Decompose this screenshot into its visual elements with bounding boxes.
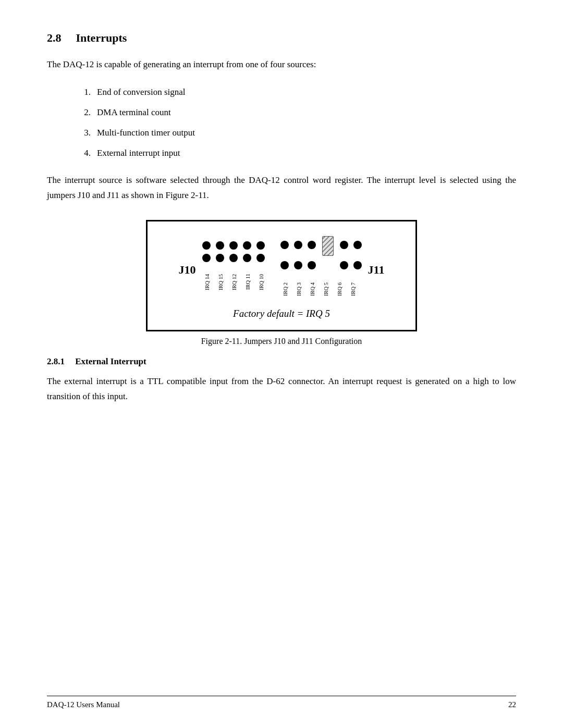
pin	[229, 241, 238, 250]
interrupt-sources-list: 1. End of conversion signal 2. DMA termi…	[78, 85, 516, 161]
list-num: 4.	[78, 146, 91, 161]
jumper-cap-rect	[322, 236, 334, 256]
page: 2.8 Interrupts The DAQ-12 is capable of …	[0, 0, 563, 728]
footer-page-number: 22	[508, 700, 516, 709]
j10-pin-group: IRQ 14 IRQ 15 IRQ 12 IRQ 11 IRQ 10	[202, 241, 265, 294]
pin	[202, 241, 211, 250]
pin	[256, 254, 265, 262]
pin	[308, 261, 316, 269]
irq-label: IRQ 2	[280, 277, 289, 302]
subsection-number: 2.8.1	[47, 356, 65, 366]
list-item: 3. Multi-function timer output	[78, 126, 516, 141]
pin	[294, 241, 302, 249]
list-num: 2.	[78, 105, 91, 120]
list-item: 4. External interrupt input	[78, 146, 516, 161]
pin	[202, 254, 211, 262]
j10-top-row	[202, 241, 265, 250]
subsection-title: 2.8.1 External Interrupt	[47, 356, 516, 367]
pin	[353, 241, 362, 249]
j11-label: J11	[368, 259, 385, 277]
section-heading: Interrupts	[76, 31, 127, 45]
subsection-heading: External Interrupt	[75, 356, 146, 366]
pin	[308, 241, 316, 249]
j11-bottom-row	[280, 261, 362, 269]
pin	[353, 261, 362, 269]
list-item: 2. DMA terminal count	[78, 105, 516, 120]
figure-caption: Figure 2-11. Jumpers J10 and J11 Configu…	[201, 337, 362, 346]
pin	[216, 241, 224, 250]
pin	[256, 241, 265, 250]
irq-label: IRQ 6	[335, 277, 343, 302]
pin	[280, 241, 289, 249]
pin	[216, 254, 224, 262]
list-text: DMA terminal count	[97, 105, 171, 120]
body-paragraph: The interrupt source is software selecte…	[47, 173, 516, 203]
figure-container: J10	[47, 220, 516, 346]
factory-default: Factory default = IRQ 5	[164, 308, 399, 319]
j11-pin-group: IRQ 2 IRQ 3 IRQ 4 IRQ 5 IRQ 6 IRQ 7	[280, 234, 362, 302]
list-text: Multi-function timer output	[97, 126, 195, 141]
list-num: 1.	[78, 85, 91, 100]
irq-label: IRQ 15	[216, 269, 224, 294]
subsection-body: The external interrupt is a TTL compatib…	[47, 374, 516, 404]
jumper-cap	[321, 236, 335, 256]
pin	[294, 261, 302, 269]
irq-label: IRQ 3	[294, 277, 302, 302]
footer-manual-title: DAQ-12 Users Manual	[47, 700, 120, 709]
intro-paragraph: The DAQ-12 is capable of generating an i…	[47, 57, 516, 72]
j10-label: J10	[179, 259, 196, 277]
section-title: 2.8 Interrupts	[47, 31, 516, 45]
pin	[340, 241, 348, 249]
list-text: External interrupt input	[97, 146, 180, 161]
irq-label: IRQ 10	[256, 269, 265, 294]
j11-top-row	[280, 234, 362, 256]
list-num: 3.	[78, 126, 91, 141]
pin	[340, 261, 348, 269]
irq-label: IRQ 14	[202, 269, 211, 294]
irq-label: IRQ 7	[348, 277, 357, 302]
page-footer: DAQ-12 Users Manual 22	[47, 696, 516, 709]
j10-irq-labels: IRQ 14 IRQ 15 IRQ 12 IRQ 11 IRQ 10	[202, 269, 265, 294]
j11-irq-labels: IRQ 2 IRQ 3 IRQ 4 IRQ 5 IRQ 6 IRQ 7	[280, 277, 357, 302]
pin	[243, 254, 251, 262]
pin	[243, 241, 251, 250]
section-number: 2.8	[47, 31, 62, 45]
list-item: 1. End of conversion signal	[78, 85, 516, 100]
pin	[280, 261, 289, 269]
irq-label: IRQ 4	[308, 277, 316, 302]
irq-label: IRQ 11	[243, 269, 251, 294]
irq-label: IRQ 5	[321, 277, 329, 302]
j10-bottom-row	[202, 254, 265, 262]
pin	[229, 254, 238, 262]
list-text: End of conversion signal	[97, 85, 186, 100]
irq-label: IRQ 12	[229, 269, 238, 294]
figure-box: J10	[146, 220, 417, 331]
